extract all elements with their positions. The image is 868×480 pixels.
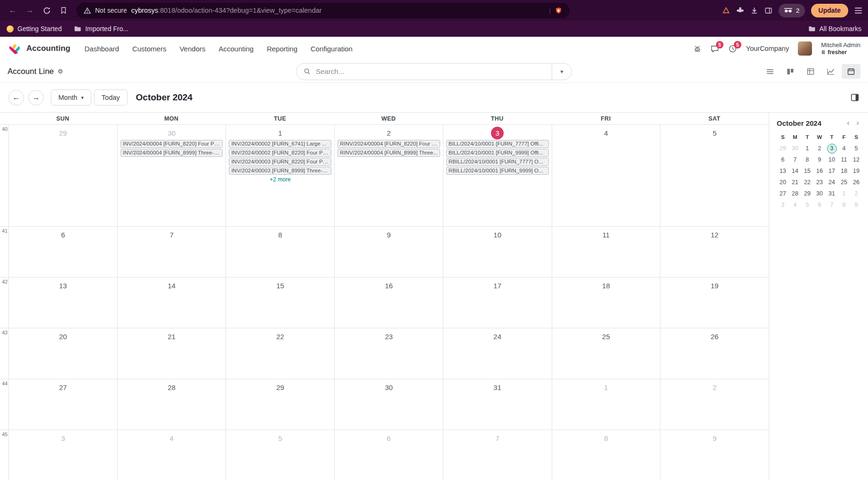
- graph-view-button[interactable]: [821, 64, 840, 79]
- mini-day-25[interactable]: 25: [838, 177, 850, 188]
- day-cell-5[interactable]: 5: [660, 125, 769, 226]
- calendar-event[interactable]: RINV/2024/00004 [FURN_8220] Four P...: [338, 140, 440, 148]
- reload-button[interactable]: [40, 3, 54, 17]
- calendar-event[interactable]: INV/2024/00002 [FURN_6741] Large ...: [229, 140, 331, 148]
- debug-bug-button[interactable]: [693, 45, 701, 53]
- brave-shield-icon[interactable]: [555, 7, 562, 15]
- day-cell-1[interactable]: 1: [552, 379, 660, 430]
- address-bar[interactable]: Not secure cybrosys:8018/odoo/action-434…: [76, 3, 570, 18]
- mini-day-6[interactable]: 6: [777, 154, 789, 165]
- day-cell-23[interactable]: 23: [334, 328, 443, 379]
- app-name[interactable]: Accounting: [26, 44, 71, 53]
- day-cell-4[interactable]: 4: [552, 125, 660, 226]
- calendar-view-button[interactable]: [842, 64, 860, 79]
- calendar-event[interactable]: RINV/2024/00004 [FURN_8999] Three...: [338, 149, 440, 157]
- mini-day-9[interactable]: 9: [850, 199, 862, 211]
- mini-day-2[interactable]: 2: [850, 188, 862, 199]
- mini-prev-button[interactable]: ‹: [844, 118, 853, 128]
- profile-chip[interactable]: 2: [779, 4, 805, 17]
- day-cell-7[interactable]: 7: [443, 430, 552, 480]
- day-cell-30[interactable]: 30INV/2024/00004 [FURN_8220] Four Pe...I…: [117, 125, 226, 226]
- search-input[interactable]: [315, 67, 552, 76]
- mini-day-10[interactable]: 10: [826, 154, 838, 165]
- mini-day-3[interactable]: 3: [777, 199, 789, 211]
- calendar-event[interactable]: INV/2024/00004 [FURN_8999] Three-S...: [121, 149, 223, 157]
- day-cell-1[interactable]: 1INV/2024/00002 [FURN_6741] Large ...INV…: [225, 125, 334, 226]
- day-cell-8[interactable]: 8: [225, 227, 334, 277]
- mini-day-16[interactable]: 16: [813, 165, 826, 177]
- day-cell-17[interactable]: 17: [443, 277, 552, 328]
- day-cell-26[interactable]: 26: [660, 328, 769, 379]
- search-dropdown-toggle[interactable]: ▾: [552, 64, 571, 80]
- mini-day-17[interactable]: 17: [826, 165, 838, 177]
- mini-day-7[interactable]: 7: [826, 199, 838, 211]
- forward-button[interactable]: →: [23, 3, 37, 17]
- day-cell-28[interactable]: 28: [117, 379, 226, 430]
- mini-day-15[interactable]: 15: [801, 165, 813, 177]
- mini-day-4[interactable]: 4: [789, 199, 801, 211]
- accounting-app-icon[interactable]: [8, 41, 22, 56]
- mini-day-28[interactable]: 28: [789, 188, 801, 199]
- calendar-event[interactable]: INV/2024/00003 [FURN_8999] Three-S...: [229, 167, 331, 175]
- pivot-view-button[interactable]: [801, 64, 820, 79]
- nav-menu-configuration[interactable]: Configuration: [311, 45, 353, 53]
- calendar-event[interactable]: INV/2024/00004 [FURN_8220] Four Pe...: [121, 140, 223, 148]
- mini-day-18[interactable]: 18: [838, 165, 850, 177]
- mini-day-21[interactable]: 21: [789, 177, 801, 188]
- more-events-link[interactable]: +2 more: [226, 176, 334, 183]
- mini-day-30[interactable]: 30: [813, 188, 826, 199]
- mini-day-12[interactable]: 12: [850, 154, 862, 165]
- mini-day-3[interactable]: 3: [826, 143, 838, 154]
- next-month-button[interactable]: →: [28, 90, 44, 106]
- nav-menu-accounting[interactable]: Accounting: [218, 45, 253, 53]
- avatar[interactable]: [798, 41, 812, 56]
- mini-day-9[interactable]: 9: [813, 154, 826, 165]
- mini-day-1[interactable]: 1: [801, 143, 813, 154]
- nav-menu-dashboard[interactable]: Dashboard: [85, 45, 119, 53]
- mini-day-4[interactable]: 4: [838, 143, 850, 154]
- nav-menu-vendors[interactable]: Vendors: [179, 45, 205, 53]
- day-cell-13[interactable]: 13: [8, 277, 117, 328]
- breadcrumb[interactable]: Account Line: [8, 67, 54, 76]
- calendar-event[interactable]: BILL/2024/10/0001 [FURN_7777] Offi...: [446, 140, 549, 148]
- mini-day-29[interactable]: 29: [801, 188, 813, 199]
- action-gear-icon[interactable]: ⚙: [57, 68, 63, 75]
- day-cell-6[interactable]: 6: [334, 430, 443, 480]
- user-menu[interactable]: Mitchell Admin fresher: [821, 41, 860, 56]
- day-cell-15[interactable]: 15: [225, 277, 334, 328]
- day-cell-19[interactable]: 19: [660, 277, 769, 328]
- day-cell-12[interactable]: 12: [660, 227, 769, 277]
- day-cell-31[interactable]: 31: [443, 379, 552, 430]
- mini-day-8[interactable]: 8: [801, 154, 813, 165]
- day-cell-2[interactable]: 2RINV/2024/00004 [FURN_8220] Four P...RI…: [334, 125, 443, 226]
- activities-button[interactable]: 5: [728, 44, 737, 53]
- day-cell-25[interactable]: 25: [552, 328, 660, 379]
- mini-day-22[interactable]: 22: [801, 177, 813, 188]
- day-cell-4[interactable]: 4: [117, 430, 226, 480]
- mini-day-24[interactable]: 24: [826, 177, 838, 188]
- mini-day-31[interactable]: 31: [826, 188, 838, 199]
- back-button[interactable]: ←: [6, 3, 20, 17]
- bookmark-this-tab-button[interactable]: [56, 3, 71, 17]
- calendar-event[interactable]: INV/2024/00002 [FURN_8220] Four Pe...: [229, 149, 331, 157]
- calendar-event[interactable]: INV/2024/00003 [FURN_8220] Four Pe...: [229, 158, 331, 166]
- day-cell-18[interactable]: 18: [552, 277, 660, 328]
- mini-next-button[interactable]: ›: [853, 118, 862, 128]
- side-panel-icon[interactable]: [764, 7, 772, 15]
- mini-day-5[interactable]: 5: [850, 143, 862, 154]
- messages-button[interactable]: 5: [710, 44, 719, 53]
- bookmark-item[interactable]: Imported Fro...: [74, 25, 129, 33]
- mini-day-20[interactable]: 20: [777, 177, 789, 188]
- mini-day-27[interactable]: 27: [777, 188, 789, 199]
- list-view-button[interactable]: [761, 64, 780, 79]
- calendar-event[interactable]: BILL/2024/10/0001 [FURN_9999] Offi...: [446, 149, 549, 157]
- day-cell-3[interactable]: 3BILL/2024/10/0001 [FURN_7777] Offi...BI…: [443, 125, 552, 226]
- rewards-icon[interactable]: [722, 7, 730, 15]
- mini-day-29[interactable]: 29: [777, 143, 789, 154]
- mini-day-1[interactable]: 1: [838, 188, 850, 199]
- calendar-event[interactable]: RBILL/2024/10/0001 [FURN_9999] O...: [446, 167, 549, 175]
- mini-day-6[interactable]: 6: [813, 199, 826, 211]
- day-cell-9[interactable]: 9: [334, 227, 443, 277]
- day-cell-14[interactable]: 14: [117, 277, 226, 328]
- day-cell-9[interactable]: 9: [660, 430, 769, 480]
